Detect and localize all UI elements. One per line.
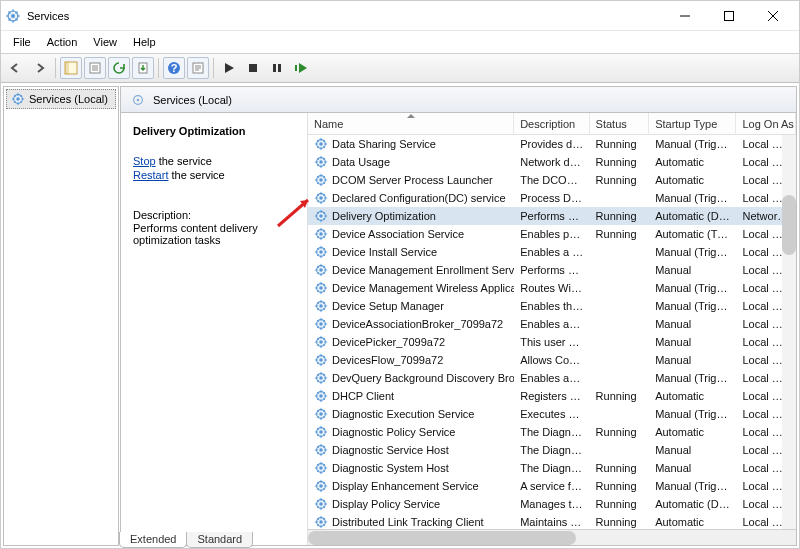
table-row[interactable]: Data UsageNetwork dat…RunningAutomaticLo… <box>308 153 796 171</box>
service-desc-cell: Allows Conn… <box>514 354 589 366</box>
table-row[interactable]: Device Association ServiceEnables pairi…… <box>308 225 796 243</box>
service-startup-cell: Manual <box>649 318 736 330</box>
svg-point-15 <box>137 98 140 101</box>
restart-service-button[interactable] <box>290 57 312 79</box>
table-row[interactable]: Diagnostic Execution ServiceExecutes dia… <box>308 405 796 423</box>
service-desc-cell: Executes dia… <box>514 408 589 420</box>
table-row[interactable]: Diagnostic Service HostThe Diagnos…Manua… <box>308 441 796 459</box>
service-desc-cell: Enables pairi… <box>514 228 589 240</box>
service-status-cell: Running <box>590 210 650 222</box>
close-button[interactable] <box>751 1 795 31</box>
minimize-button[interactable] <box>663 1 707 31</box>
tree-root-services-local[interactable]: Services (Local) <box>6 89 116 109</box>
tree-pane: Services (Local) <box>3 86 119 546</box>
table-row[interactable]: Device Install ServiceEnables a co…Manua… <box>308 243 796 261</box>
description-heading: Description: <box>133 209 299 221</box>
column-status[interactable]: Status <box>590 113 650 134</box>
column-name[interactable]: Name <box>308 113 514 134</box>
table-row[interactable]: Display Policy ServiceManages th…Running… <box>308 495 796 513</box>
table-row[interactable]: DeviceAssociationBroker_7099a72Enables a… <box>308 315 796 333</box>
tab-extended[interactable]: Extended <box>119 532 187 548</box>
restart-link[interactable]: Restart <box>133 169 168 181</box>
service-desc-cell: The Diagnos… <box>514 426 589 438</box>
service-status-cell: Running <box>590 156 650 168</box>
column-log-on-as[interactable]: Log On As <box>736 113 796 134</box>
table-row[interactable]: Device Management Wireless Applicati…Rou… <box>308 279 796 297</box>
service-name-cell: Display Policy Service <box>308 497 514 511</box>
service-startup-cell: Manual (Trigg… <box>649 192 736 204</box>
table-row[interactable]: DevQuery Background Discovery BrokerEnab… <box>308 369 796 387</box>
service-desc-cell: Maintains li… <box>514 516 589 528</box>
stop-suffix: the service <box>156 155 212 167</box>
table-row[interactable]: Device Setup ManagerEnables the …Manual … <box>308 297 796 315</box>
service-startup-cell: Automatic <box>649 156 736 168</box>
start-service-button[interactable] <box>218 57 240 79</box>
column-description[interactable]: Description <box>514 113 589 134</box>
properties-icon-button[interactable] <box>187 57 209 79</box>
table-row[interactable]: Declared Configuration(DC) serviceProces… <box>308 189 796 207</box>
table-row[interactable]: Delivery OptimizationPerforms co…Running… <box>308 207 796 225</box>
service-name-cell: Device Setup Manager <box>308 299 514 313</box>
service-startup-cell: Automatic <box>649 516 736 528</box>
window-title: Services <box>27 10 663 22</box>
selected-service-name: Delivery Optimization <box>133 125 299 137</box>
service-name-cell: DevicesFlow_7099a72 <box>308 353 514 367</box>
table-row[interactable]: Diagnostic System HostThe Diagnos…Runnin… <box>308 459 796 477</box>
stop-service-button[interactable] <box>242 57 264 79</box>
service-name-cell: Delivery Optimization <box>308 209 514 223</box>
table-row[interactable]: Display Enhancement ServiceA service for… <box>308 477 796 495</box>
service-startup-cell: Manual (Trigg… <box>649 246 736 258</box>
menu-view[interactable]: View <box>85 34 125 50</box>
column-startup-type[interactable]: Startup Type <box>649 113 736 134</box>
restart-suffix: the service <box>168 169 224 181</box>
vertical-scroll-thumb[interactable] <box>782 195 796 255</box>
gear-icon <box>314 191 328 205</box>
service-desc-cell: Enables app… <box>514 318 589 330</box>
menu-action[interactable]: Action <box>39 34 86 50</box>
service-desc-cell: Routes Wirel… <box>514 282 589 294</box>
service-desc-cell: Enables a co… <box>514 246 589 258</box>
service-name-cell: Data Sharing Service <box>308 137 514 151</box>
table-row[interactable]: DevicePicker_7099a72This user ser…Manual… <box>308 333 796 351</box>
table-row[interactable]: Distributed Link Tracking ClientMaintain… <box>308 513 796 529</box>
table-row[interactable]: DCOM Server Process LauncherThe DCOML…Ru… <box>308 171 796 189</box>
pause-service-button[interactable] <box>266 57 288 79</box>
list-body[interactable]: Data Sharing ServiceProvides dat…Running… <box>308 135 796 529</box>
gear-icon <box>314 479 328 493</box>
gear-icon <box>314 461 328 475</box>
vertical-scrollbar[interactable] <box>782 135 796 529</box>
gear-icon <box>314 335 328 349</box>
service-desc-cell: Enables app… <box>514 372 589 384</box>
gear-icon <box>314 425 328 439</box>
service-desc-cell: Manages th… <box>514 498 589 510</box>
service-startup-cell: Manual <box>649 444 736 456</box>
service-startup-cell: Automatic <box>649 390 736 402</box>
refresh-button[interactable] <box>108 57 130 79</box>
menu-file[interactable]: File <box>5 34 39 50</box>
stop-link[interactable]: Stop <box>133 155 156 167</box>
gear-icon <box>314 209 328 223</box>
content-header-label: Services (Local) <box>153 94 232 106</box>
menu-help[interactable]: Help <box>125 34 164 50</box>
table-row[interactable]: Diagnostic Policy ServiceThe Diagnos…Run… <box>308 423 796 441</box>
horizontal-scrollbar[interactable] <box>308 529 796 545</box>
tab-standard[interactable]: Standard <box>186 532 253 548</box>
table-row[interactable]: Data Sharing ServiceProvides dat…Running… <box>308 135 796 153</box>
service-name-cell: Diagnostic Policy Service <box>308 425 514 439</box>
properties-button[interactable] <box>84 57 106 79</box>
horizontal-scroll-thumb[interactable] <box>308 531 576 545</box>
maximize-button[interactable] <box>707 1 751 31</box>
table-row[interactable]: Device Management Enrollment ServicePerf… <box>308 261 796 279</box>
forward-button[interactable] <box>29 57 51 79</box>
gear-icon <box>314 299 328 313</box>
menubar: File Action View Help <box>1 31 799 53</box>
back-button[interactable] <box>5 57 27 79</box>
service-name-cell: DeviceAssociationBroker_7099a72 <box>308 317 514 331</box>
table-row[interactable]: DevicesFlow_7099a72Allows Conn…ManualLoc… <box>308 351 796 369</box>
table-row[interactable]: DHCP ClientRegisters an…RunningAutomatic… <box>308 387 796 405</box>
export-button[interactable] <box>132 57 154 79</box>
service-status-cell: Running <box>590 516 650 528</box>
help-button[interactable]: ? <box>163 57 185 79</box>
gear-icon <box>314 245 328 259</box>
show-hide-tree-button[interactable] <box>60 57 82 79</box>
